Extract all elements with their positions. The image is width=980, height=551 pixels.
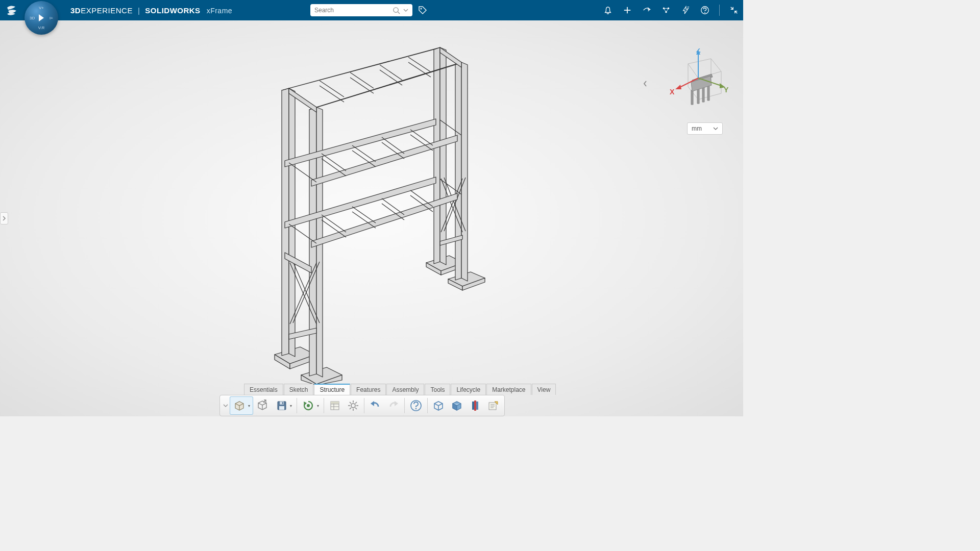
search-dropdown-icon[interactable] [403,8,408,13]
tab-features[interactable]: Features [351,384,386,395]
svg-line-9 [664,8,667,12]
units-select[interactable]: mm [687,122,723,135]
save-button[interactable]: ▾ [273,396,295,415]
expand-left-panel-button[interactable] [0,212,8,224]
tab-lifecycle[interactable]: Lifecycle [451,384,486,395]
svg-line-10 [666,8,669,12]
svg-point-0 [394,7,398,12]
tab-view[interactable]: View [532,384,556,395]
separator [404,398,405,413]
svg-point-14 [704,12,705,13]
svg-rect-24 [282,402,283,404]
svg-line-40 [355,402,357,404]
undo-button[interactable] [366,396,384,415]
lightning-icon[interactable] [680,5,691,15]
expand-right-panel-button[interactable] [641,79,649,89]
display-box-icon [432,399,445,412]
open-icon [256,399,270,412]
command-tabs: EssentialsSketchStructureFeaturesAssembl… [244,384,556,395]
open-button[interactable] [253,396,273,415]
svg-line-38 [355,408,357,409]
x-axis-label: X [670,88,675,96]
bottom-toolbar: ▾▾▾ [219,395,505,416]
search-icon[interactable] [393,7,400,14]
chevron-down-icon: ▾ [248,404,250,408]
svg-line-39 [350,408,351,409]
ds-logo-icon[interactable] [4,3,19,18]
3d-viewport[interactable]: Z X Y mm .beam{fill:#d8d8d8;stroke:#333;… [0,20,743,416]
chevron-down-icon: ▾ [290,404,292,408]
display-solid-icon [451,399,463,412]
svg-line-1 [398,12,400,14]
svg-point-26 [307,404,310,407]
svg-marker-42 [395,401,398,406]
add-icon[interactable] [622,5,632,15]
top-bar: V+ V.R 3D I+ 3DEXPERIENCE | SOLIDWORKS x… [0,0,743,20]
section-button[interactable] [466,396,484,415]
tab-sketch[interactable]: Sketch [284,384,314,395]
collapse-icon[interactable] [729,5,739,15]
help-icon[interactable] [700,5,710,15]
svg-rect-31 [331,402,339,404]
search-input-wrapper [310,4,412,16]
redo-button[interactable] [384,396,403,415]
svg-rect-45 [474,400,476,411]
top-right-actions [603,5,739,16]
svg-point-2 [421,8,422,10]
search-input[interactable] [314,7,393,14]
new-part-button[interactable]: ▾ [230,396,253,415]
annotations-button[interactable] [484,396,503,415]
annotations-icon [487,399,500,412]
properties-button[interactable] [326,396,344,415]
tab-tools[interactable]: Tools [425,384,450,395]
play-icon [39,14,44,21]
units-value: mm [692,125,702,132]
tab-structure[interactable]: Structure [314,384,350,395]
document-name: xFrame [207,7,232,15]
compass-top-label: V+ [39,6,44,10]
chevron-down-icon: ▾ [317,404,319,408]
collaborate-icon[interactable] [661,5,671,15]
tab-essentials[interactable]: Essentials [244,384,283,395]
redo-icon [387,399,400,412]
compass-button[interactable]: V+ V.R 3D I+ [24,1,58,35]
new-part-icon [233,399,246,412]
3d-model[interactable]: .beam{fill:#d8d8d8;stroke:#333;stroke-wi… [230,38,510,385]
undo-icon [369,399,381,412]
help-icon [409,399,423,412]
brand-title: 3DEXPERIENCE | SOLIDWORKS xFrame [70,6,232,15]
svg-point-32 [351,404,355,408]
svg-line-37 [350,402,351,404]
display-box-button[interactable] [429,396,448,415]
svg-marker-18 [675,85,681,89]
settings-button[interactable] [344,396,362,415]
separator [297,398,297,413]
notification-icon[interactable] [603,5,613,15]
separator [364,398,364,413]
svg-marker-41 [371,401,374,406]
compass-bottom-label: V.R [38,26,45,30]
z-axis-label: Z [696,48,701,54]
separator [427,398,428,413]
compass-right-label: I+ [50,16,53,20]
help-button[interactable] [406,396,426,415]
update-button[interactable]: ▾ [299,396,322,415]
display-solid-button[interactable] [448,396,466,415]
update-icon [302,399,315,412]
orientation-triad[interactable]: Z X Y [663,48,729,110]
tab-marketplace[interactable]: Marketplace [486,384,531,395]
section-icon [469,399,481,412]
toolbar-options-dropdown[interactable] [222,396,230,415]
svg-marker-25 [304,402,307,406]
svg-rect-23 [279,406,284,410]
share-icon[interactable] [642,5,652,15]
tab-assembly[interactable]: Assembly [386,384,424,395]
settings-icon [347,399,359,412]
tag-icon[interactable] [418,5,428,15]
separator [719,5,720,16]
compass-left-label: 3D [30,16,35,20]
y-axis-label: Y [724,86,729,94]
svg-point-44 [415,408,417,410]
save-icon [276,399,288,412]
properties-icon [329,399,341,412]
